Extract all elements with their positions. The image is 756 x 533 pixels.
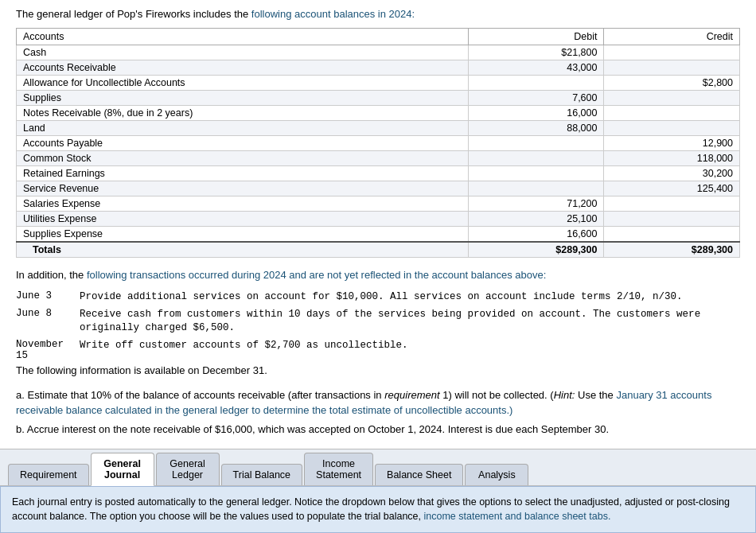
account-name: Totals (17, 242, 469, 258)
main-content: The general ledger of Pop's Fireworks in… (0, 0, 756, 437)
credit-value (604, 91, 740, 106)
req-b-text: Accrue interest on the note receivable o… (27, 423, 609, 435)
debit-value (468, 151, 604, 166)
account-name: Salaries Expense (17, 196, 469, 212)
tab-line1: General (103, 458, 141, 469)
debit-value: 88,000 (468, 121, 604, 136)
credit-value (604, 45, 740, 60)
credit-value (604, 227, 740, 243)
tab-label: Trial Balance (233, 469, 291, 480)
debit-value (468, 136, 604, 151)
table-row: Supplies7,600 (17, 91, 740, 106)
debit-value (468, 166, 604, 181)
credit-value: 12,900 (604, 136, 740, 151)
requirements-section: a. Estimate that 10% of the balance of a… (16, 387, 740, 438)
transaction-date: November 15 (16, 339, 80, 361)
transactions-list: June 3Provide additional services on acc… (16, 290, 740, 361)
tab-info-box: Each journal entry is posted automatical… (0, 486, 756, 534)
debit-value: 16,600 (468, 227, 604, 243)
table-row: Cash$21,800 (17, 45, 740, 60)
debit-value: 7,600 (468, 91, 604, 106)
debit-value: 25,100 (468, 212, 604, 227)
req-a-label: a. (16, 389, 27, 401)
tab-analysis[interactable]: Analysis (465, 464, 528, 485)
table-row: Accounts Receivable43,000 (17, 60, 740, 76)
table-row: Supplies Expense16,600 (17, 227, 740, 243)
credit-value (604, 212, 740, 227)
following-info: The following information is available o… (16, 364, 740, 376)
tab-label: Analysis (478, 469, 516, 480)
account-name: Land (17, 121, 469, 136)
transaction-item: June 3Provide additional services on acc… (16, 290, 740, 305)
tab-trial-balance[interactable]: Trial Balance (221, 464, 303, 485)
transaction-desc: Receive cash from customers within 10 da… (80, 308, 740, 336)
tab-income-statement[interactable]: IncomeStatement (304, 453, 373, 485)
table-row: Common Stock118,000 (17, 151, 740, 166)
debit-value (468, 76, 604, 91)
tab-info-text: Each journal entry is posted automatical… (12, 496, 730, 523)
account-name: Service Revenue (17, 181, 469, 196)
account-name: Allowance for Uncollectible Accounts (17, 76, 469, 91)
account-name: Accounts Receivable (17, 60, 469, 76)
tab-line2: Journal (104, 469, 140, 480)
intro-highlight: following account balances in 2024: (251, 8, 415, 20)
table-row: Land88,000 (17, 121, 740, 136)
credit-value: 30,200 (604, 166, 740, 181)
account-name: Supplies Expense (17, 227, 469, 243)
tabs-container: RequirementGeneralJournalGeneralLedgerTr… (0, 449, 756, 534)
col-debit: Debit (468, 29, 604, 45)
transaction-desc: Write off customer accounts of $2,700 as… (80, 339, 740, 361)
transaction-date: June 3 (16, 290, 80, 305)
table-row: Allowance for Uncollectible Accounts$2,8… (17, 76, 740, 91)
credit-value: 118,000 (604, 151, 740, 166)
tab-info-highlight: income statement and balance sheet tabs. (423, 511, 610, 522)
debit-value: $289,300 (468, 242, 604, 258)
table-row: Accounts Payable12,900 (17, 136, 740, 151)
credit-value: 125,400 (604, 181, 740, 196)
credit-value (604, 60, 740, 76)
transaction-item: November 15Write off customer accounts o… (16, 339, 740, 361)
tab-general-journal[interactable]: GeneralJournal (91, 453, 154, 486)
tab-line2: Statement (316, 469, 361, 480)
credit-value: $289,300 (604, 242, 740, 258)
debit-value: 16,000 (468, 106, 604, 121)
req-b-label: b. (16, 423, 27, 435)
account-name: Accounts Payable (17, 136, 469, 151)
tab-line1: Income (322, 458, 355, 469)
transaction-item: June 8Receive cash from customers within… (16, 308, 740, 336)
credit-value (604, 106, 740, 121)
transactions-intro: In addition, the following transactions … (16, 269, 740, 281)
tab-general-ledger[interactable]: GeneralLedger (156, 453, 220, 485)
tab-label: Balance Sheet (387, 469, 451, 480)
requirement-a: a. Estimate that 10% of the balance of a… (16, 387, 740, 418)
debit-value (468, 181, 604, 196)
transaction-date: June 8 (16, 308, 80, 336)
tab-line2: Ledger (172, 469, 203, 480)
req-a-text: Estimate that 10% of the balance of acco… (16, 389, 711, 417)
tab-label: Requirement (20, 469, 77, 480)
account-name: Common Stock (17, 151, 469, 166)
transactions-highlight: following transactions occurred during 2… (87, 269, 546, 281)
tab-line1: General (170, 458, 205, 469)
debit-value: 43,000 (468, 60, 604, 76)
intro-paragraph: The general ledger of Pop's Fireworks in… (16, 8, 740, 20)
transaction-desc: Provide additional services on account f… (80, 290, 740, 305)
totals-row: Totals$289,300$289,300 (17, 242, 740, 258)
debit-value: $21,800 (468, 45, 604, 60)
table-row: Retained Earnings30,200 (17, 166, 740, 181)
account-name: Cash (17, 45, 469, 60)
account-name: Supplies (17, 91, 469, 106)
table-row: Salaries Expense71,200 (17, 196, 740, 212)
col-accounts: Accounts (17, 29, 469, 45)
credit-value: $2,800 (604, 76, 740, 91)
account-name: Notes Receivable (8%, due in 2 years) (17, 106, 469, 121)
table-header-row: Accounts Debit Credit (17, 29, 740, 45)
tab-balance-sheet[interactable]: Balance Sheet (375, 464, 463, 485)
credit-value (604, 121, 740, 136)
tab-requirement[interactable]: Requirement (8, 464, 89, 485)
credit-value (604, 196, 740, 212)
ledger-table: Accounts Debit Credit Cash$21,800Account… (16, 28, 740, 258)
table-row: Service Revenue125,400 (17, 181, 740, 196)
table-row: Notes Receivable (8%, due in 2 years)16,… (17, 106, 740, 121)
debit-value: 71,200 (468, 196, 604, 212)
